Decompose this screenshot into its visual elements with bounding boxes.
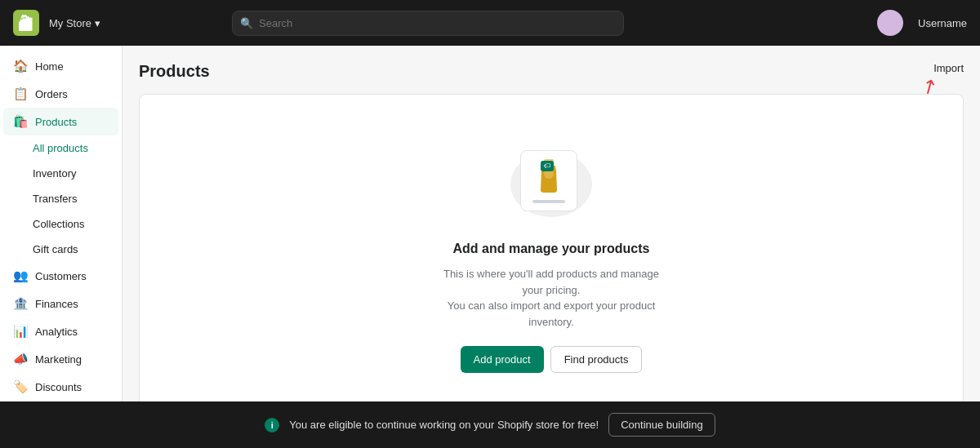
sidebar-item-transfers[interactable]: Transfers <box>23 186 118 211</box>
analytics-icon: 📊 <box>13 324 29 339</box>
add-product-button[interactable]: Add product <box>461 346 544 373</box>
sidebar-item-discounts[interactable]: 🏷️ Discounts <box>3 373 118 401</box>
sidebar-item-products[interactable]: 🛍️ Products <box>3 108 118 135</box>
products-icon: 🛍️ <box>13 114 29 129</box>
content-area: Products Import ↗ 🏷 <box>122 46 980 401</box>
sidebar-item-analytics[interactable]: 📊 Analytics <box>3 317 118 345</box>
topbar: My Store ▾ 🔍 Username <box>0 0 980 46</box>
continue-building-button[interactable]: Continue building <box>608 413 715 437</box>
home-icon: 🏠 <box>13 59 29 73</box>
banner-info-icon: i <box>265 418 279 432</box>
marketing-icon: 📣 <box>13 352 29 366</box>
find-products-button[interactable]: Find products <box>550 346 643 373</box>
search-input[interactable] <box>232 11 624 36</box>
products-submenu: All products Inventory Transfers Collect… <box>0 135 122 262</box>
main-layout: 🏠 Home 📋 Orders 🛍️ Products All products… <box>0 46 980 401</box>
sidebar-item-inventory[interactable]: Inventory <box>23 161 118 186</box>
price-tag: 🏷 <box>541 161 554 171</box>
banner-message: You are eligible to continue working on … <box>289 419 599 431</box>
search-icon: 🔍 <box>240 17 253 29</box>
sidebar-item-orders[interactable]: 📋 Orders <box>3 80 118 108</box>
empty-state-title: Add and manage your products <box>453 242 650 256</box>
avatar[interactable] <box>877 10 903 36</box>
sidebar-item-customers[interactable]: 👥 Customers <box>3 262 118 290</box>
page-title: Products <box>139 62 964 81</box>
username-label: Username <box>918 17 967 29</box>
chevron-down-icon: ▾ <box>95 17 100 29</box>
store-name[interactable]: My Store ▾ <box>49 17 100 29</box>
sidebar-item-all-products[interactable]: All products <box>23 135 118 161</box>
orders-icon: 📋 <box>13 86 29 101</box>
sidebar: 🏠 Home 📋 Orders 🛍️ Products All products… <box>0 46 122 401</box>
search-container: 🔍 <box>232 11 624 36</box>
sidebar-item-collections[interactable]: Collections <box>23 211 118 237</box>
finances-icon: 🏦 <box>13 296 29 311</box>
sidebar-item-finances[interactable]: 🏦 Finances <box>3 290 118 317</box>
empty-state-description: This is where you'll add products and ma… <box>437 266 666 330</box>
empty-state-actions: Add product Find products <box>461 346 643 373</box>
sidebar-item-home[interactable]: 🏠 Home <box>3 52 118 80</box>
discounts-icon: 🏷️ <box>13 379 29 394</box>
sidebar-item-gift-cards[interactable]: Gift cards <box>23 237 118 262</box>
bottom-banner: i You are eligible to continue working o… <box>0 401 980 448</box>
sidebar-item-marketing[interactable]: 📣 Marketing <box>3 345 118 373</box>
import-button[interactable]: Import <box>933 62 964 74</box>
empty-state-card: 🏷 Add and manage your products This is w… <box>139 94 964 401</box>
product-illustration: 🏷 <box>502 144 600 225</box>
shopify-logo <box>13 10 39 36</box>
customers-icon: 👥 <box>13 268 29 283</box>
